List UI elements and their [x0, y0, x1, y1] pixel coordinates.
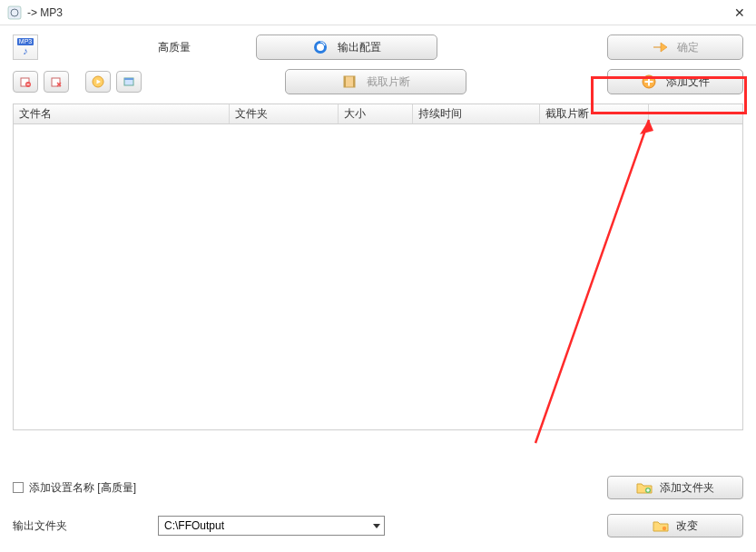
- output-config-label: 输出配置: [338, 40, 381, 55]
- add-settings-checkbox-wrap[interactable]: 添加设置名称 [高质量]: [13, 480, 136, 496]
- col-clip[interactable]: 截取片断: [540, 104, 649, 123]
- svg-rect-0: [8, 6, 21, 19]
- window-icon: [123, 75, 135, 88]
- add-folder-button[interactable]: 添加文件夹: [607, 476, 743, 499]
- format-badge-mp3[interactable]: MP3 ♪: [13, 34, 38, 60]
- output-folder-value: C:\FFOutput: [164, 519, 224, 532]
- change-label: 改变: [676, 518, 698, 534]
- svg-rect-12: [124, 78, 133, 80]
- add-file-button[interactable]: 添加文件: [607, 69, 743, 94]
- svg-rect-6: [27, 84, 30, 84]
- add-folder-label: 添加文件夹: [660, 480, 714, 496]
- col-duration[interactable]: 持续时间: [413, 104, 540, 123]
- svg-point-24: [663, 527, 666, 530]
- quality-label: 高质量: [120, 40, 229, 55]
- col-size[interactable]: 大小: [339, 104, 413, 123]
- arrow-right-icon: [652, 39, 668, 55]
- delete-icon: [50, 75, 63, 88]
- svg-rect-14: [344, 76, 346, 87]
- file-table: 文件名 文件夹 大小 持续时间 截取片断: [13, 104, 743, 430]
- svg-rect-23: [646, 489, 649, 490]
- add-file-label: 添加文件: [666, 74, 710, 90]
- window-title: -> MP3: [27, 6, 731, 19]
- change-button[interactable]: 改变: [607, 514, 743, 537]
- remove-icon: [19, 75, 32, 88]
- view-button[interactable]: [116, 71, 142, 93]
- ok-button[interactable]: 确定: [607, 34, 743, 60]
- clip-label: 截取片断: [367, 74, 410, 90]
- col-folder[interactable]: 文件夹: [230, 104, 339, 123]
- add-settings-label: 添加设置名称 [高质量]: [29, 480, 136, 496]
- close-button[interactable]: ✕: [731, 5, 749, 20]
- film-icon: [341, 74, 358, 90]
- folder-plus-icon: [636, 481, 653, 494]
- play-icon: [92, 75, 104, 88]
- table-body[interactable]: [14, 124, 742, 429]
- toolbar-row-2: 截取片断 添加文件: [0, 65, 756, 104]
- svg-point-3: [317, 44, 324, 51]
- tool-button-2[interactable]: [44, 71, 69, 93]
- svg-rect-15: [353, 76, 355, 87]
- checkbox-icon: [13, 482, 24, 493]
- output-folder-combo[interactable]: C:\FFOutput: [158, 516, 385, 536]
- gear-icon: [312, 39, 329, 55]
- music-note-icon: ♪: [23, 45, 28, 56]
- play-button[interactable]: [85, 71, 111, 93]
- svg-rect-18: [645, 81, 653, 83]
- output-folder-label: 输出文件夹: [13, 518, 149, 534]
- ok-label: 确定: [677, 40, 699, 55]
- chevron-down-icon: [373, 524, 380, 528]
- plus-icon: [641, 74, 657, 90]
- folder-open-icon: [653, 519, 669, 532]
- bottom-panel: 添加设置名称 [高质量] 添加文件夹 输出文件夹 C:\FFOutput 改变: [13, 474, 743, 539]
- clip-button[interactable]: 截取片断: [285, 69, 466, 94]
- format-tag: MP3: [17, 38, 34, 45]
- col-spacer: [649, 104, 742, 123]
- toolbar-row-1: MP3 ♪ 高质量 输出配置 确定: [0, 25, 756, 65]
- col-filename[interactable]: 文件名: [14, 104, 230, 123]
- app-icon: [7, 5, 22, 20]
- output-config-button[interactable]: 输出配置: [256, 34, 437, 60]
- tool-button-1[interactable]: [13, 71, 38, 93]
- title-bar: -> MP3 ✕: [0, 0, 756, 25]
- table-header: 文件名 文件夹 大小 持续时间 截取片断: [14, 104, 742, 124]
